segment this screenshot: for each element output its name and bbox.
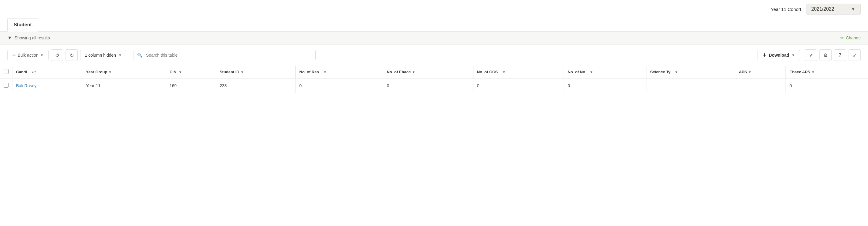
row-checkbox[interactable] (4, 83, 8, 87)
th-cn: C.N. ▼ (166, 66, 216, 78)
th-aps: APS ▼ (735, 66, 786, 78)
download-button[interactable]: ⬇ Download ▼ (757, 50, 800, 60)
select-all-checkbox[interactable] (4, 69, 8, 74)
th-ebacc-aps-dropdown[interactable]: ▼ (811, 70, 814, 74)
top-bar: Year 11 Cohort 2021/2022 ▼ (0, 0, 868, 18)
data-table: Candi... ▲▼ Year Group ▼ C.N. ▼ (0, 66, 868, 93)
th-no-of-no: No. of No... ▼ (564, 66, 646, 78)
column-hidden-arrow: ▼ (118, 53, 122, 57)
cohort-value: 2021/2022 (811, 6, 834, 12)
th-no-of-no-dropdown[interactable]: ▼ (590, 70, 593, 74)
row-student-id: 238 (216, 78, 296, 93)
table-wrapper: Candi... ▲▼ Year Group ▼ C.N. ▼ (0, 66, 868, 93)
check-icon: ✔ (809, 52, 813, 58)
th-no-of-ebacc-dropdown[interactable]: ▼ (412, 70, 415, 74)
th-no-of-gcs: No. of GCS... ▼ (473, 66, 564, 78)
tabs-bar: Student (0, 18, 868, 32)
redo-icon: ↻ (70, 52, 74, 58)
th-no-of-no-label: No. of No... (567, 70, 588, 74)
row-no-of-gcs: 0 (473, 78, 564, 93)
th-no-of-ebacc-label: No. of Ebacc (386, 70, 411, 74)
download-arrow: ▼ (792, 53, 795, 57)
th-science-ty: Science Ty... ▼ (646, 66, 735, 78)
th-cn-dropdown[interactable]: ▼ (179, 70, 182, 74)
pencil-icon: ✏ (840, 35, 844, 40)
toolbar: ✏ Bulk action ▼ ↺ ↻ 1 column hidden ▼ 🔍 … (0, 44, 868, 66)
th-candidate: Candi... ▲▼ (12, 66, 82, 78)
table-header: Candi... ▲▼ Year Group ▼ C.N. ▼ (0, 66, 868, 78)
th-no-of-res-dropdown[interactable]: ▼ (323, 70, 327, 74)
th-no-of-res-label: No. of Res... (299, 70, 322, 74)
cohort-dropdown-arrow: ▼ (851, 6, 856, 12)
table-row: Bali Rosey Year 11 169 238 0 0 0 0 0 (0, 78, 868, 93)
column-hidden-text: 1 column hidden (85, 53, 116, 58)
th-science-ty-label: Science Ty... (650, 70, 674, 74)
undo-button[interactable]: ↺ (51, 49, 63, 61)
th-science-ty-dropdown[interactable]: ▼ (675, 70, 678, 74)
cohort-selector[interactable]: 2021/2022 ▼ (806, 4, 861, 14)
th-student-id-dropdown[interactable]: ▼ (241, 70, 244, 74)
check-button[interactable]: ✔ (805, 49, 817, 61)
header-row: Candi... ▲▼ Year Group ▼ C.N. ▼ (0, 66, 868, 78)
row-no-of-ebacc: 0 (383, 78, 473, 93)
question-icon: ? (839, 52, 842, 58)
row-science-ty (646, 78, 735, 93)
filter-bar: ▼ Showing all results ✏ Change (0, 32, 868, 44)
toolbar-right-icons: ✔ ⚙ ? ⤢ (805, 49, 861, 61)
bulk-action-arrow: ▼ (40, 53, 43, 57)
filter-left: ▼ Showing all results (7, 35, 50, 41)
th-student-id-label: Student ID (220, 70, 240, 74)
th-student-id: Student ID ▼ (216, 66, 296, 78)
filter-text: Showing all results (14, 35, 50, 40)
undo-icon: ↺ (55, 52, 59, 58)
column-hidden-button[interactable]: 1 column hidden ▼ (80, 50, 126, 60)
cohort-label: Year 11 Cohort (771, 7, 801, 12)
student-first-name: Bali (16, 83, 23, 88)
th-year-group-dropdown[interactable]: ▼ (108, 70, 112, 74)
help-button[interactable]: ? (834, 49, 846, 61)
table-body: Bali Rosey Year 11 169 238 0 0 0 0 0 (0, 78, 868, 93)
download-label: Download (769, 53, 789, 58)
th-year-group-label: Year Group (86, 70, 107, 74)
row-ebacc-aps: 0 (786, 78, 868, 93)
th-candidate-label: Candi... (16, 70, 30, 74)
tab-student[interactable]: Student (7, 18, 38, 32)
redo-button[interactable]: ↻ (66, 49, 78, 61)
row-aps (735, 78, 786, 93)
search-input[interactable] (133, 50, 316, 60)
expand-button[interactable]: ⤢ (848, 49, 861, 61)
row-candidate: Bali Rosey (12, 78, 82, 93)
student-last-name: Rosey (24, 83, 36, 88)
download-icon: ⬇ (763, 53, 766, 58)
row-no-of-no: 0 (564, 78, 646, 93)
filter-icon: ▼ (7, 35, 12, 41)
row-no-of-res: 0 (296, 78, 383, 93)
search-icon: 🔍 (137, 53, 142, 58)
row-cn: 169 (166, 78, 216, 93)
expand-icon: ⤢ (853, 52, 857, 58)
th-no-of-gcs-dropdown[interactable]: ▼ (502, 70, 506, 74)
bulk-action-label: Bulk action (18, 53, 38, 58)
search-container: 🔍 (133, 50, 316, 60)
th-ebacc-aps: Ebacc APS ▼ (786, 66, 868, 78)
th-ebacc-aps-label: Ebacc APS (789, 70, 810, 74)
th-no-of-ebacc: No. of Ebacc ▼ (383, 66, 473, 78)
th-no-of-res: No. of Res... ▼ (296, 66, 383, 78)
th-aps-dropdown[interactable]: ▼ (748, 70, 751, 74)
th-cn-label: C.N. (169, 70, 178, 74)
settings-button[interactable]: ⚙ (819, 49, 832, 61)
gear-icon: ⚙ (824, 52, 828, 58)
student-link[interactable]: Bali Rosey (16, 83, 36, 88)
th-aps-label: APS (739, 70, 747, 74)
change-label[interactable]: Change (846, 35, 861, 40)
change-button[interactable]: ✏ Change (840, 35, 861, 40)
th-checkbox (0, 66, 12, 78)
th-year-group: Year Group ▼ (82, 66, 166, 78)
bulk-action-button[interactable]: ✏ Bulk action ▼ (7, 50, 49, 60)
sort-arrows-candidate[interactable]: ▲▼ (32, 71, 36, 73)
row-year-group: Year 11 (82, 78, 166, 93)
row-checkbox-cell (0, 78, 12, 93)
pencil-icon-small: ✏ (12, 53, 16, 58)
th-no-of-gcs-label: No. of GCS... (477, 70, 501, 74)
